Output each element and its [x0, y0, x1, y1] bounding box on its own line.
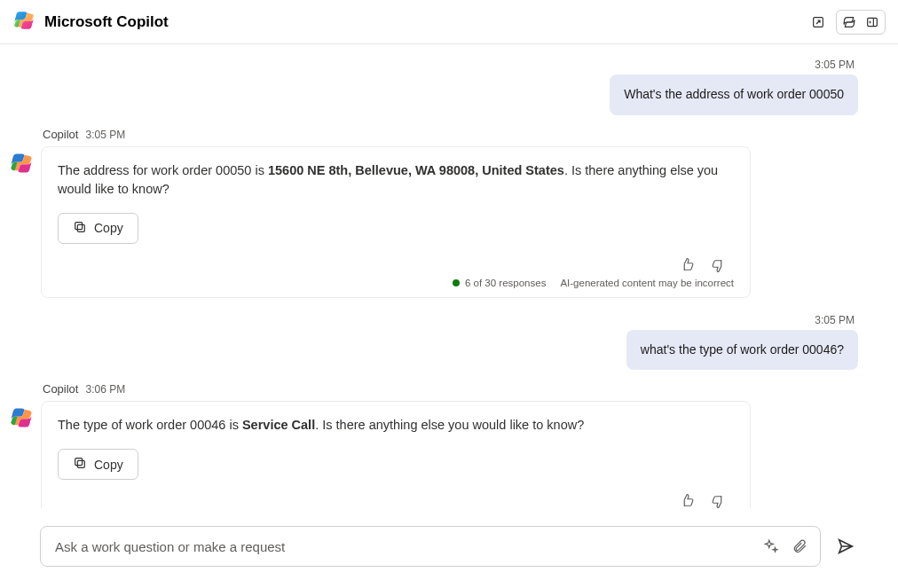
bot-meta: Copilot 3:05 PM: [41, 128, 751, 141]
copilot-avatar-icon: [9, 151, 34, 176]
composer-input[interactable]: [55, 539, 761, 554]
bot-text-bold: 15600 NE 8th, Bellevue, WA 98008, United…: [268, 163, 564, 177]
header-toggle-group: [836, 10, 886, 35]
bot-name: Copilot: [43, 382, 78, 396]
response-counter-text: 6 of 30 responses: [465, 278, 546, 288]
copy-label: Copy: [94, 458, 123, 472]
send-button[interactable]: [833, 534, 858, 559]
header-actions: [806, 10, 886, 35]
composer-input-wrap[interactable]: [40, 526, 821, 567]
message-timestamp: 3:06 PM: [85, 383, 125, 396]
open-new-window-icon[interactable]: [806, 10, 831, 35]
svg-rect-3: [75, 222, 83, 229]
response-counter: 6 of 30 responses: [453, 278, 546, 288]
sparkle-icon[interactable]: [761, 537, 781, 556]
thumbs-down-icon[interactable]: [707, 490, 729, 508]
bot-text: The type of work order 00046 is Service …: [58, 416, 734, 435]
message-timestamp: 3:05 PM: [815, 59, 858, 71]
brand: Microsoft Copilot: [12, 9, 169, 35]
brand-name: Microsoft Copilot: [44, 13, 169, 31]
bot-message: Copilot 3:05 PM The address for work ord…: [9, 128, 858, 298]
composer-icons: [761, 537, 809, 556]
svg-rect-4: [77, 461, 84, 468]
user-message: 3:05 PM what's the type of work order 00…: [9, 314, 858, 371]
chat-scroll-area[interactable]: 3:05 PM What's the address of work order…: [0, 44, 898, 508]
copilot-avatar-icon: [9, 405, 34, 430]
bot-text-tail: . Is there anything else you would like …: [315, 418, 584, 432]
copy-button[interactable]: Copy: [58, 449, 138, 480]
thumbs-up-icon[interactable]: [677, 490, 698, 508]
message-timestamp: 3:05 PM: [85, 129, 125, 141]
card-footer: 6 of 30 responses AI-generated content m…: [58, 278, 734, 288]
panel-collapse-icon[interactable]: [861, 12, 884, 33]
svg-rect-5: [75, 459, 83, 466]
ai-disclaimer: AI-generated content may be incorrect: [560, 278, 734, 288]
message-timestamp: 3:05 PM: [815, 314, 858, 326]
app-header: Microsoft Copilot: [0, 0, 898, 44]
thumbs-up-icon[interactable]: [677, 255, 698, 276]
copy-label: Copy: [94, 221, 123, 235]
feedback-row: [58, 490, 734, 508]
thumbs-down-icon[interactable]: [707, 255, 729, 276]
bot-text-bold: Service Call: [242, 418, 315, 432]
status-dot-icon: [453, 279, 460, 286]
user-message: 3:05 PM What's the address of work order…: [9, 59, 858, 115]
bot-text-lead: The address for work order 00050 is: [58, 163, 268, 177]
attachment-icon[interactable]: [790, 537, 809, 556]
feedback-row: [58, 255, 734, 276]
composer: [0, 508, 898, 588]
copy-icon: [73, 220, 87, 237]
bot-message: Copilot 3:06 PM The type of work order 0…: [9, 382, 858, 508]
bot-text: The address for work order 00050 is 1560…: [58, 161, 734, 199]
copilot-mode-icon[interactable]: [838, 12, 861, 33]
copilot-logo-icon: [12, 9, 35, 35]
bot-text-lead: The type of work order 00046 is: [58, 418, 242, 432]
svg-rect-2: [77, 224, 84, 231]
user-bubble: what's the type of work order 00046?: [626, 330, 858, 371]
bot-card: The type of work order 00046 is Service …: [41, 401, 751, 508]
copy-button[interactable]: Copy: [58, 213, 138, 244]
user-bubble: What's the address of work order 00050: [610, 74, 858, 115]
bot-card: The address for work order 00050 is 1560…: [41, 146, 751, 298]
bot-name: Copilot: [43, 128, 78, 141]
bot-meta: Copilot 3:06 PM: [41, 382, 751, 396]
copy-icon: [73, 456, 87, 473]
